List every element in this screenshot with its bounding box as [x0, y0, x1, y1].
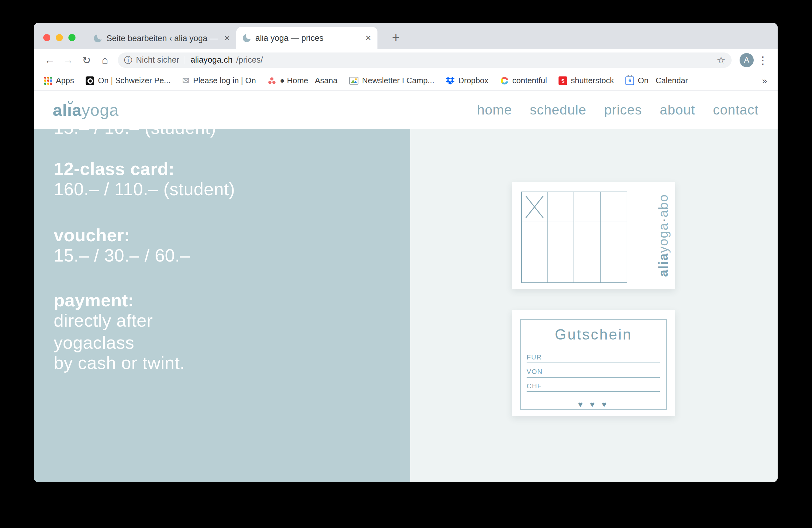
voucher-field-chf: CHF — [526, 380, 660, 392]
window-controls — [43, 34, 75, 41]
site-header: alıa yoga home schedule prices about con… — [34, 90, 778, 129]
browser-window: Seite bearbeiten ‹ alia yoga — ✕ alia yo… — [34, 23, 778, 482]
site-logo[interactable]: alıa yoga — [53, 100, 119, 119]
reload-icon[interactable]: ↻ — [78, 52, 95, 68]
dropbox-icon — [446, 76, 454, 85]
page-viewport: alıa yoga home schedule prices about con… — [34, 90, 778, 482]
tab-title: alia yoga — prices — [255, 33, 361, 43]
nav-home[interactable]: home — [477, 102, 512, 117]
page-content: 15.– / 10.– (student) 12-class card: 160… — [34, 129, 778, 482]
voucher-card-image: Gutschein FÜR VON CHF ♥ ♥ ♥ — [512, 310, 675, 416]
class-card-image: aliayoga·abo — [512, 182, 675, 289]
x-mark-icon — [522, 192, 548, 222]
contentful-icon — [500, 76, 509, 85]
home-icon[interactable]: ⌂ — [97, 52, 113, 68]
profile-avatar[interactable]: A — [740, 53, 754, 67]
bookmarks-bar: Apps On | Schweizer Pe... ✉ Please log i… — [34, 71, 778, 90]
close-window-button[interactable] — [43, 34, 50, 41]
nav-about[interactable]: about — [660, 102, 695, 117]
voucher-field-fuer: FÜR — [526, 351, 660, 363]
pricing-line: yogaclass — [54, 332, 134, 353]
bookmark-contentful[interactable]: contentful — [500, 76, 547, 85]
close-tab-icon[interactable]: ✕ — [365, 34, 371, 42]
nav-schedule[interactable]: schedule — [530, 102, 586, 117]
bookmark-on-schweizer[interactable]: On | Schweizer Pe... — [86, 76, 171, 85]
pricing-panel: 15.– / 10.– (student) 12-class card: 160… — [34, 129, 410, 482]
google-calendar-icon: 6 — [625, 76, 634, 85]
pricing-line-clipped: 15.– / 10.– (student) — [54, 129, 216, 138]
bookmark-please-log-in[interactable]: ✉ Please log in | On — [182, 76, 256, 85]
address-bar[interactable]: ⓘ Nicht sicher aliayoga.ch/prices/ ☆ — [118, 53, 731, 68]
apps-grid-icon — [44, 77, 52, 85]
address-divider — [185, 56, 185, 64]
pricing-line: 160.– / 110.– (student) — [54, 179, 235, 199]
zoom-window-button[interactable] — [69, 34, 75, 41]
tab-prices-active[interactable]: alia yoga — prices ✕ — [236, 27, 377, 49]
browser-menu-icon[interactable]: ⋮ — [756, 54, 770, 66]
cards-zone: aliayoga·abo Gutschein FÜR VON CHF ♥ ♥ ♥ — [410, 129, 778, 482]
moon-favicon-icon — [243, 34, 251, 42]
close-tab-icon[interactable]: ✕ — [224, 34, 230, 43]
voucher-field-von: VON — [526, 365, 660, 377]
punch-card-grid — [521, 191, 627, 283]
bookmark-asana[interactable]: ● Home - Asana — [267, 76, 337, 85]
back-icon[interactable]: ← — [42, 52, 58, 68]
pricing-heading: 12-class card: — [54, 158, 175, 179]
punched-cell — [522, 192, 548, 222]
security-label: Nicht sicher — [136, 55, 179, 65]
bookmark-on-calendar[interactable]: 6 On - Calendar — [625, 76, 688, 85]
page-info-icon[interactable]: ⓘ — [124, 55, 132, 66]
hearts-icon: ♥ ♥ ♥ — [512, 400, 675, 409]
url-host: aliayoga.ch — [191, 55, 233, 65]
nav-prices[interactable]: prices — [604, 102, 642, 117]
bookmark-dropbox[interactable]: Dropbox — [446, 76, 488, 85]
url-path: /prices/ — [236, 55, 263, 65]
campaign-monitor-icon — [349, 77, 359, 85]
pricing-line: by cash or twint. — [54, 353, 185, 373]
pricing-line: directly after — [54, 310, 153, 331]
bookmark-apps[interactable]: Apps — [44, 76, 74, 85]
site-navigation: home schedule prices about contact — [477, 102, 758, 117]
voucher-title: Gutschein — [512, 326, 675, 343]
asana-icon — [267, 76, 276, 85]
bookmark-shutterstock[interactable]: s shutterstock — [559, 76, 614, 85]
tab-title: Seite bearbeiten ‹ alia yoga — — [106, 34, 220, 43]
browser-toolbar: ← → ↻ ⌂ ⓘ Nicht sicher aliayoga.ch/price… — [34, 49, 778, 71]
nav-contact[interactable]: contact — [713, 102, 758, 117]
tab-strip: Seite bearbeiten ‹ alia yoga — ✕ alia yo… — [34, 23, 778, 49]
forward-icon[interactable]: → — [60, 52, 76, 68]
minimize-window-button[interactable] — [56, 34, 63, 41]
bookmarks-overflow-icon[interactable]: » — [762, 75, 767, 86]
shutterstock-icon: s — [559, 76, 567, 85]
pricing-heading: voucher: — [54, 225, 130, 245]
envelope-icon: ✉ — [182, 76, 189, 85]
moon-favicon-icon — [93, 34, 102, 43]
pricing-heading: payment: — [54, 290, 134, 310]
new-tab-button[interactable]: + — [387, 28, 405, 47]
abo-card-brand-text: aliayoga·abo — [656, 182, 671, 289]
bookmark-star-icon[interactable]: ☆ — [716, 54, 725, 66]
tab-edit-page[interactable]: Seite bearbeiten ‹ alia yoga — ✕ — [90, 28, 233, 49]
pricing-line: 15.– / 30.– / 60.– — [54, 245, 190, 266]
bookmark-newsletter[interactable]: Newsletter I Camp... — [349, 76, 435, 85]
on-brand-icon — [86, 76, 94, 85]
